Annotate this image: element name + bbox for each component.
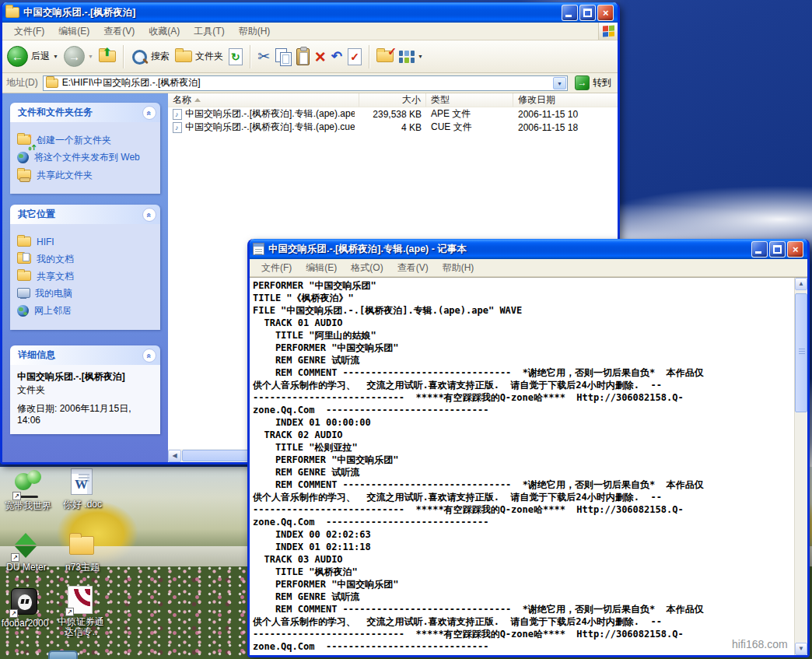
menu-file[interactable]: 文件(F)	[7, 22, 51, 41]
search-label: 搜索	[151, 50, 170, 63]
paste-button[interactable]	[296, 48, 310, 65]
notepad-text-area[interactable]: PERFORMER "中国交响乐团" TITLE "《枫桥夜泊》" FILE "…	[250, 277, 807, 655]
desktop-icon-label-line2: 达信专..	[45, 627, 117, 637]
delete-button[interactable]: ×	[315, 48, 326, 65]
task-new-folder[interactable]: 创建一个新文件夹	[17, 134, 156, 145]
menu-edit[interactable]: 编辑(E)	[299, 258, 344, 278]
menu-help[interactable]: 帮助(H)	[232, 22, 278, 41]
folder-icon	[69, 536, 94, 555]
close-button[interactable]: ×	[597, 5, 614, 21]
chevron-up-icon[interactable]: «	[142, 106, 156, 120]
column-type[interactable]: 类型	[426, 93, 513, 107]
column-size[interactable]: 大小	[359, 93, 426, 107]
place-hifi[interactable]: HIFI	[17, 236, 156, 247]
views-grid-icon	[399, 51, 415, 63]
desktop-icon-doc[interactable]: W 你好 .doc	[48, 468, 117, 510]
toolbar-separator	[369, 45, 369, 68]
other-places-header[interactable]: 其它位置 «	[10, 205, 160, 224]
up-button[interactable]: ⬆	[99, 51, 116, 62]
address-combo[interactable]: E:\HIFI\中国交响乐团.-.[枫桥夜泊] ▼	[43, 75, 568, 91]
cue-file-icon	[173, 122, 182, 133]
views-button[interactable]: ▼	[399, 51, 423, 63]
maximize-button[interactable]	[769, 241, 786, 258]
minimize-button[interactable]	[751, 241, 768, 258]
paste-icon	[296, 48, 310, 65]
scan-button[interactable]: ✓	[348, 48, 362, 65]
copy-button[interactable]	[275, 48, 291, 65]
explorer-titlebar[interactable]: 中国交响乐团.-.[枫桥夜泊] ×	[2, 2, 618, 23]
forward-button[interactable]: → ▼	[64, 46, 93, 67]
sort-ascending-icon	[194, 98, 201, 102]
file-row-ape[interactable]: 中国交响乐团.-.[枫桥夜泊].专辑.(ape).ape 239,538 KB …	[168, 107, 618, 121]
windows-logo	[598, 23, 618, 40]
column-name[interactable]: 名称	[168, 93, 359, 107]
details-panel: 详细信息 « 中国交响乐团.-.[枫桥夜泊] 文件夹 修改日期: 2006年11…	[10, 345, 160, 434]
details-header[interactable]: 详细信息 «	[10, 345, 160, 365]
chevron-up-icon[interactable]: «	[142, 208, 156, 222]
explorer-task-pane: 文件和文件夹任务 « 创建一个新文件夹 将这个文件夹发布到 Web	[2, 93, 168, 462]
notepad-content[interactable]: PERFORMER "中国交响乐团" TITLE "《枫桥夜泊》" FILE "…	[250, 278, 794, 655]
forward-icon: →	[64, 46, 85, 67]
folder-icon	[5, 7, 19, 18]
explorer-addressbar: 地址(D) E:\HIFI\中国交响乐团.-.[枫桥夜泊] ▼ → 转到	[2, 73, 618, 93]
file-tasks-title: 文件和文件夹任务	[18, 106, 93, 119]
place-network[interactable]: 网上邻居	[17, 304, 156, 317]
scroll-left-icon[interactable]: ◀	[168, 450, 181, 462]
column-modified[interactable]: 修改日期	[513, 93, 618, 107]
folder-icon	[17, 237, 31, 247]
other-places-panel: 其它位置 « HIFI 我的文档	[10, 205, 160, 330]
place-shared-documents[interactable]: 共享文档	[17, 270, 156, 282]
menu-view[interactable]: 查看(V)	[390, 258, 436, 278]
forward-dropdown-icon: ▼	[88, 54, 93, 59]
cut-button[interactable]: ✂	[257, 47, 270, 65]
refresh-icon: ↻	[229, 48, 243, 65]
search-button[interactable]: 搜索	[131, 48, 170, 65]
address-path[interactable]: E:\HIFI\中国交响乐团.-.[枫桥夜泊]	[62, 76, 549, 89]
desktop-icon-stock-app[interactable]: ↗ 中原证券通 达信专..	[45, 586, 117, 637]
scroll-down-icon[interactable]: ▼	[795, 643, 807, 655]
desktop-icon-partial[interactable]	[48, 650, 78, 659]
notepad-titlebar[interactable]: 中国交响乐团.-.[枫桥夜泊].专辑.(ape) - 记事本 ×	[250, 239, 807, 259]
menu-format[interactable]: 格式(O)	[344, 258, 390, 278]
up-arrow-icon: ⬆	[103, 46, 112, 58]
task-publish-web[interactable]: 将这个文件夹发布到 Web	[17, 151, 156, 163]
folders-icon	[175, 51, 192, 62]
menu-help[interactable]: 帮助(H)	[436, 258, 481, 278]
shortcut-arrow-icon: ↗	[9, 609, 18, 618]
word-document-icon: W	[71, 468, 93, 495]
task-share-folder[interactable]: 共享此文件夹	[17, 169, 156, 181]
page-check-icon: ✓	[348, 48, 362, 65]
undo-button[interactable]: ↶	[331, 48, 342, 65]
scroll-up-icon[interactable]: ▲	[795, 278, 807, 290]
address-dropdown-icon[interactable]: ▼	[553, 77, 566, 89]
back-button[interactable]: ← 后退 ▼	[7, 46, 58, 67]
windows-flag-icon	[603, 25, 614, 37]
file-row-cue[interactable]: 中国交响乐团.-.[枫桥夜泊].专辑.(ape).cue 4 KB CUE 文件…	[168, 121, 618, 134]
go-button[interactable]: → 转到	[572, 75, 614, 90]
my-documents-icon	[17, 254, 31, 264]
menu-favorites[interactable]: 收藏(A)	[142, 22, 187, 41]
place-my-documents[interactable]: 我的文档	[17, 253, 156, 265]
refresh-button[interactable]: ↻	[229, 48, 243, 65]
back-dropdown-icon[interactable]: ▼	[53, 54, 58, 59]
file-tasks-header[interactable]: 文件和文件夹任务 «	[10, 103, 160, 122]
desktop-icon-n73-folder[interactable]: n73主题	[48, 531, 117, 573]
notepad-menubar: 文件(F) 编辑(E) 格式(O) 查看(V) 帮助(H)	[250, 259, 807, 277]
menu-edit[interactable]: 编辑(E)	[51, 22, 96, 41]
shortcut-arrow-icon: ↗	[11, 553, 19, 562]
scrollbar-thumb[interactable]	[795, 293, 807, 412]
desktop: ↗ 宽带我世界 W 你好 .doc ↗ DU Meter n73主题 ↗ foo…	[0, 0, 812, 659]
maximize-button[interactable]	[579, 5, 596, 21]
minimize-button[interactable]	[562, 5, 578, 21]
menu-tools[interactable]: 工具(T)	[187, 22, 231, 41]
undo-icon: ↶	[331, 48, 342, 65]
folders-button[interactable]: 文件夹	[175, 50, 223, 63]
menu-file[interactable]: 文件(F)	[254, 258, 299, 278]
views-dropdown-icon[interactable]: ▼	[418, 54, 423, 59]
chevron-up-icon[interactable]: «	[142, 349, 156, 363]
place-my-computer[interactable]: 我的电脑	[17, 287, 156, 299]
menu-view[interactable]: 查看(V)	[96, 22, 142, 41]
vertical-scrollbar[interactable]: ▲ ▼	[794, 278, 807, 655]
close-button[interactable]: ×	[787, 241, 803, 258]
folder-options-button[interactable]: ✓	[376, 51, 394, 62]
